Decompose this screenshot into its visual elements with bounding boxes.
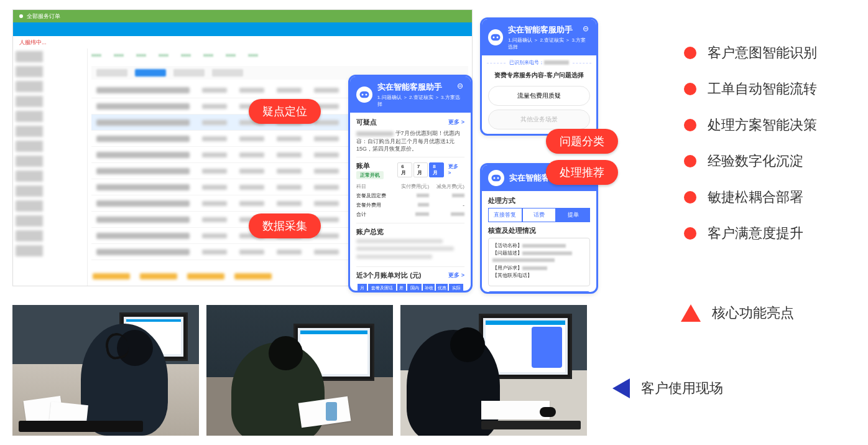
panel-header: 实在智能客服助手 1.问题确认 ＞ 2.查证核实 ＞ 3.方案选择 ⊖: [482, 19, 596, 55]
svg-rect-6: [492, 175, 501, 182]
svg-point-5: [497, 37, 499, 39]
question-prompt: 资费专席服务内容-客户问题选择: [482, 71, 596, 80]
option-flow-fee[interactable]: 流量包费用质疑: [488, 86, 590, 106]
tab-direct[interactable]: 直接答复: [488, 208, 522, 222]
svg-rect-3: [491, 34, 501, 41]
month-switch[interactable]: 6月 7月 8月 更多 >: [397, 162, 464, 177]
svg-point-7: [494, 177, 496, 179]
photo-gallery: [12, 305, 587, 436]
top-composite: 全部服务订单 人服纬中... xxxxxxxxxxxxxxxxxxxxxxxxx…: [12, 9, 634, 289]
panel-title: 实在智能客服助手: [508, 24, 590, 35]
section-account: 账户总览: [356, 227, 384, 237]
scene-row: 客户使用现场: [612, 378, 723, 398]
scene-photo-3: [400, 305, 587, 436]
highlight-label: 核心功能亮点: [712, 304, 794, 322]
section-bill: 账单: [356, 162, 370, 169]
bullet-icon: [684, 119, 696, 131]
doubt-description: 于7月份优惠到期！优惠内容：自订购当月起三个月每月优惠送1元15G，第四月恢复原…: [356, 129, 464, 153]
bullet-icon: [684, 191, 696, 204]
section-3month: 近3个月账单对比 (元): [356, 271, 422, 280]
svg-point-8: [497, 177, 499, 179]
bullet-icon: [684, 83, 696, 95]
dot-icon: [19, 14, 23, 18]
panel-steps: 1.问题确认 ＞ 2.查证核实 ＞ 3.方案选择: [377, 94, 464, 108]
triangle-up-icon: [681, 304, 701, 322]
tab-fee[interactable]: 话费: [522, 208, 556, 222]
svg-point-1: [361, 94, 363, 96]
section-review: 核查及处理情况: [488, 226, 536, 235]
close-icon[interactable]: ⊖: [457, 82, 466, 90]
svg-point-2: [365, 94, 367, 96]
crm-sidebar: [13, 49, 88, 286]
account-overview-text: [356, 239, 464, 263]
bill-status-badge: 正常开机: [356, 171, 384, 179]
svg-point-4: [493, 37, 495, 39]
option-other[interactable]: 其他业务场景: [488, 110, 590, 129]
crm-sub-tabs: xxxxxxxxxxxxxxxxxxxxxxxxxxxxxxxx: [91, 52, 468, 62]
callout-classify: 问题分类: [546, 129, 618, 154]
three-month-table: 月份 套餐及固话费/流量费 差值 国内语音 补收费 优惠费 实际消费 xxxx-…: [356, 283, 464, 293]
more-link[interactable]: 更多 >: [448, 118, 464, 126]
callout-collect: 数据采集: [249, 213, 321, 238]
close-icon[interactable]: ⊖: [583, 24, 591, 33]
panel-header: 实在智能客服助手 1.问题确认 ＞ 2.查证核实 ＞ 3.方案选择 ⊖: [350, 77, 471, 113]
bullet-icon: [684, 47, 696, 59]
panel-steps: 1.问题确认 ＞ 2.查证核实 ＞ 3.方案选择: [508, 37, 590, 50]
feature-list: 客户意图智能识别 工单自动智能流转 处理方案智能决策 经验数字化沉淀 敏捷松耦合…: [684, 44, 858, 260]
highlight-row: 核心功能亮点: [681, 304, 794, 322]
panel-title: 实在智能客服助手: [377, 82, 464, 93]
crm-blue-bar: [13, 22, 472, 36]
svg-rect-0: [359, 91, 369, 98]
feature-item: 工单自动智能流转: [684, 80, 858, 98]
more-link[interactable]: 更多 >: [448, 271, 464, 279]
crm-tab: 人服纬中...: [19, 39, 47, 46]
section-doubt: 可疑点: [356, 118, 377, 127]
bullet-icon: [684, 227, 696, 240]
callout-recommend: 处理推荐: [546, 160, 618, 185]
confirm-button[interactable]: 确 认: [488, 291, 590, 294]
review-content: 【活动名称】 【问题描述】 【用户诉求】 【其他联系电话】: [488, 238, 590, 286]
crm-green-header: 全部服务订单: [13, 10, 472, 22]
assistant-panel-question: 实在智能客服助手 1.问题确认 ＞ 2.查证核实 ＞ 3.方案选择 ⊖ 已识别来…: [480, 17, 598, 136]
panel-title: 实在智能客: [509, 172, 550, 184]
feature-item: 客户满意度提升: [684, 224, 858, 243]
fee-table: 科目实付费用(元)减免月费(元) 套餐及固定费 套餐外费用- 合计: [356, 182, 464, 219]
scene-photo-2: [206, 305, 393, 436]
triangle-left-icon: [612, 378, 630, 398]
feature-item: 敏捷松耦合部署: [684, 188, 858, 207]
crm-green-title: 全部服务订单: [27, 12, 60, 21]
method-tabs[interactable]: 直接答复 话费 提单: [488, 208, 590, 222]
robot-icon: [488, 170, 504, 186]
crm-tabs: 人服纬中...: [13, 36, 472, 49]
section-method: 处理方式: [488, 196, 515, 205]
robot-icon: [488, 29, 503, 45]
robot-icon: [356, 87, 372, 103]
callout-doubt: 疑点定位: [249, 99, 321, 124]
feature-item: 经验数字化沉淀: [684, 152, 858, 171]
tab-ticket[interactable]: 提单: [556, 208, 590, 222]
scene-photo-1: [12, 305, 199, 436]
caller-id-label: 已识别来电号：: [487, 59, 591, 66]
feature-item: 处理方案智能决策: [684, 116, 858, 134]
feature-item: 客户意图智能识别: [684, 44, 858, 62]
assistant-panel-main: 实在智能客服助手 1.问题确认 ＞ 2.查证核实 ＞ 3.方案选择 ⊖ 可疑点 …: [348, 75, 473, 293]
scene-label: 客户使用现场: [641, 379, 723, 398]
bullet-icon: [684, 155, 696, 167]
